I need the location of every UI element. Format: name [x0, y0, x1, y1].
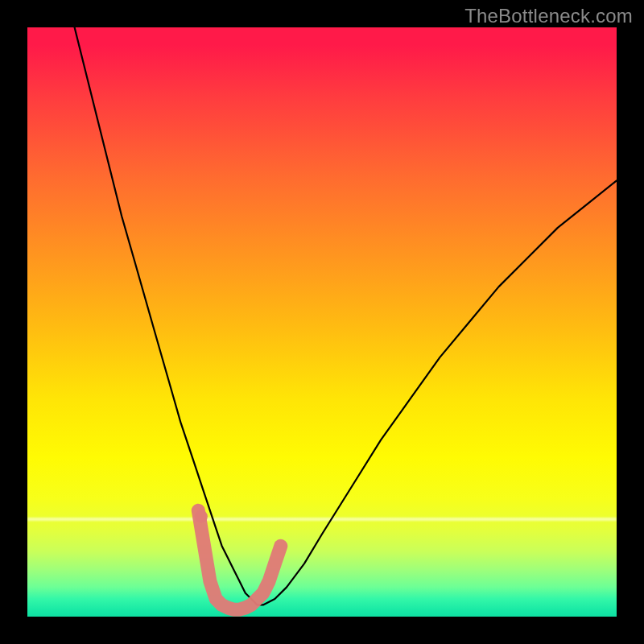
watermark-text: TheBottleneck.com — [464, 5, 633, 27]
plot-area — [27, 27, 617, 617]
highlight-dot — [195, 510, 208, 523]
highlight-segment — [198, 510, 280, 609]
curve-layer — [27, 27, 617, 617]
chart-frame: TheBottleneck.com — [0, 0, 644, 644]
bottleneck-curve — [75, 27, 617, 605]
